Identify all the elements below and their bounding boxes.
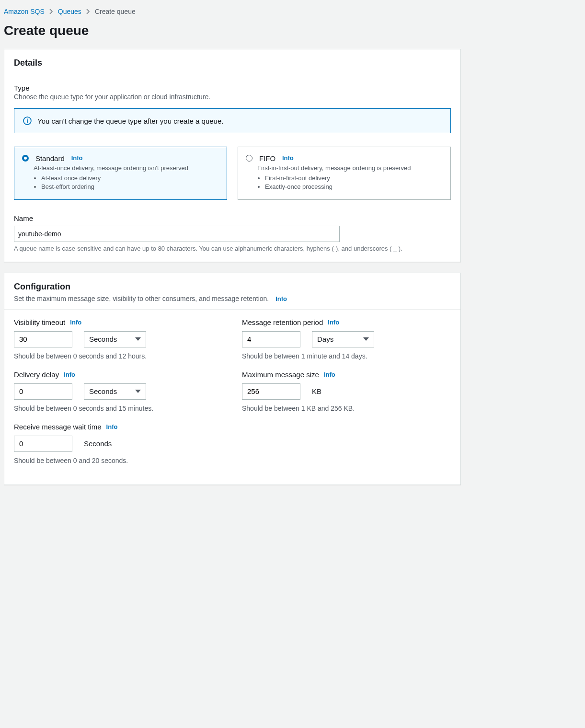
radio-unselected-icon — [246, 155, 252, 162]
visibility-input[interactable] — [14, 331, 72, 347]
maxsize-label: Maximum message size — [242, 370, 319, 379]
breadcrumb: Amazon SQS Queues Create queue — [4, 6, 461, 18]
receive-wait-hint: Should be between 0 and 20 seconds. — [14, 457, 223, 464]
name-label: Name — [14, 214, 451, 222]
breadcrumb-current: Create queue — [95, 8, 136, 15]
standard-info-link[interactable]: Info — [71, 154, 83, 162]
fifo-sub: First-in-first-out delivery, message ord… — [257, 164, 443, 172]
fifo-bullet: First-in-first-out delivery — [265, 174, 443, 182]
standard-title: Standard — [35, 154, 65, 162]
details-heading: Details — [14, 58, 451, 68]
svg-point-1 — [27, 119, 28, 120]
queue-name-input[interactable] — [14, 226, 340, 242]
receive-wait-label: Receive message wait time — [14, 423, 102, 431]
radio-selected-icon — [22, 155, 29, 162]
delay-hint: Should be between 0 seconds and 15 minut… — [14, 404, 223, 412]
maxsize-hint: Should be between 1 KB and 256 KB. — [242, 404, 451, 412]
fifo-info-link[interactable]: Info — [282, 154, 294, 162]
delay-input[interactable] — [14, 383, 72, 400]
retention-unit-value: Days — [317, 335, 333, 343]
type-desc: Choose the queue type for your applicati… — [14, 93, 451, 101]
configuration-panel: Configuration Set the maximum message si… — [4, 273, 461, 485]
maxsize-unit: KB — [312, 387, 321, 395]
receive-wait-input[interactable] — [14, 436, 72, 452]
breadcrumb-queues[interactable]: Queues — [58, 8, 81, 15]
delay-label: Delivery delay — [14, 370, 59, 379]
info-icon — [23, 116, 32, 125]
type-label: Type — [14, 84, 451, 92]
delay-unit-value: Seconds — [89, 387, 117, 395]
caret-down-icon — [135, 337, 141, 341]
chevron-right-icon — [86, 9, 90, 14]
type-alert: You can't change the queue type after yo… — [14, 108, 451, 133]
standard-sub: At-least-once delivery, message ordering… — [34, 164, 219, 172]
caret-down-icon — [363, 337, 369, 341]
config-info-link[interactable]: Info — [275, 295, 287, 302]
caret-down-icon — [135, 390, 141, 393]
queue-type-fifo[interactable]: FIFO Info First-in-first-out delivery, m… — [238, 147, 451, 200]
breadcrumb-root[interactable]: Amazon SQS — [4, 8, 45, 15]
delay-info-link[interactable]: Info — [64, 371, 75, 378]
details-panel: Details Type Choose the queue type for y… — [4, 49, 461, 262]
standard-bullet: At-least once delivery — [41, 174, 219, 182]
standard-bullet: Best-effort ordering — [41, 183, 219, 190]
config-heading: Configuration — [14, 282, 451, 292]
visibility-unit-value: Seconds — [89, 335, 117, 343]
retention-unit-select[interactable]: Days — [312, 331, 374, 347]
visibility-info-link[interactable]: Info — [70, 319, 81, 326]
chevron-right-icon — [49, 9, 53, 14]
receive-wait-unit: Seconds — [84, 439, 112, 448]
config-sub: Set the maximum message size, visibility… — [14, 295, 269, 302]
maxsize-info-link[interactable]: Info — [324, 371, 335, 378]
svg-rect-2 — [27, 120, 28, 123]
page-title: Create queue — [4, 23, 461, 38]
receive-wait-info-link[interactable]: Info — [106, 423, 118, 430]
fifo-title: FIFO — [259, 154, 275, 162]
retention-hint: Should be between 1 minute and 14 days. — [242, 352, 451, 360]
maxsize-input[interactable] — [242, 383, 300, 400]
delay-unit-select[interactable]: Seconds — [84, 383, 146, 400]
queue-type-standard[interactable]: Standard Info At-least-once delivery, me… — [14, 147, 227, 200]
retention-input[interactable] — [242, 331, 300, 347]
name-hint: A queue name is case-sensitive and can h… — [14, 245, 451, 252]
fifo-bullet: Exactly-once processing — [265, 183, 443, 190]
visibility-hint: Should be between 0 seconds and 12 hours… — [14, 352, 223, 360]
alert-message: You can't change the queue type after yo… — [37, 117, 223, 125]
visibility-label: Visibility timeout — [14, 318, 65, 326]
retention-label: Message retention period — [242, 318, 323, 326]
visibility-unit-select[interactable]: Seconds — [84, 331, 146, 347]
retention-info-link[interactable]: Info — [328, 319, 339, 326]
